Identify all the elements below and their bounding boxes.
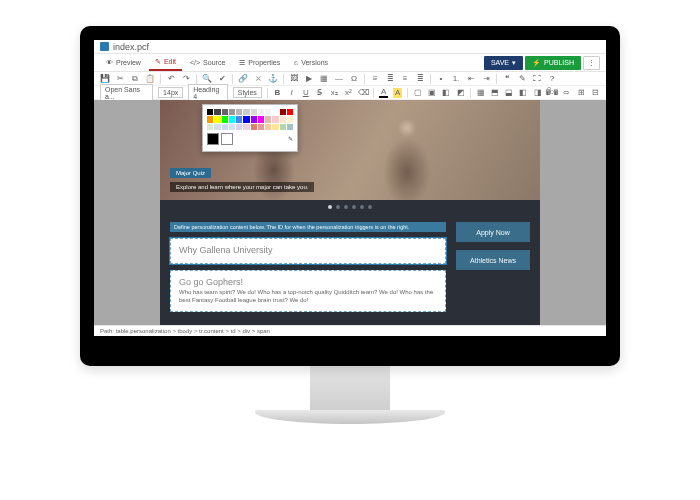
row-above-icon[interactable]: ⬒: [490, 88, 499, 98]
insert-snippet-icon[interactable]: ▢: [413, 88, 422, 98]
color-swatch[interactable]: [272, 124, 278, 130]
color-swatch[interactable]: [265, 116, 271, 122]
save-icon[interactable]: 💾: [100, 74, 110, 84]
color-swatch[interactable]: [287, 124, 293, 130]
delete-col-icon[interactable]: ⬄: [562, 88, 571, 98]
merge-cells-icon[interactable]: ⊞: [576, 88, 585, 98]
cut-icon[interactable]: ✂: [115, 74, 125, 84]
table-icon[interactable]: ▦: [319, 74, 329, 84]
superscript-icon[interactable]: x²: [344, 88, 353, 98]
unlink-icon[interactable]: ⤫: [253, 74, 263, 84]
color-swatch[interactable]: [243, 109, 249, 115]
row-below-icon[interactable]: ⬓: [505, 88, 514, 98]
color-swatch[interactable]: [251, 124, 257, 130]
tab-versions[interactable]: ⎌ Versions: [288, 56, 334, 69]
tab-properties[interactable]: ☰ Properties: [233, 56, 286, 70]
color-swatch[interactable]: [272, 116, 278, 122]
color-swatch[interactable]: [280, 116, 286, 122]
undo-icon[interactable]: ↶: [166, 74, 176, 84]
carousel-dot[interactable]: [344, 205, 348, 209]
color-swatch[interactable]: [222, 109, 228, 115]
color-swatch[interactable]: [214, 109, 220, 115]
split-cell-icon[interactable]: ⊟: [591, 88, 600, 98]
carousel-dots[interactable]: [160, 200, 540, 214]
color-swatch[interactable]: [214, 116, 220, 122]
highlight-color-icon[interactable]: A: [393, 88, 402, 98]
color-swatch[interactable]: [251, 109, 257, 115]
hero-banner[interactable]: Major Quiz Explore and learn where your …: [160, 100, 540, 200]
color-swatch[interactable]: [251, 116, 257, 122]
heading-select[interactable]: Heading 4: [188, 84, 227, 102]
eyedropper-button[interactable]: ✎: [288, 135, 293, 142]
cta-athletics-news[interactable]: Athletics News: [456, 250, 530, 270]
tab-edit[interactable]: ✎ Edit: [149, 55, 182, 71]
color-swatch[interactable]: [280, 109, 286, 115]
tab-preview[interactable]: 👁 Preview: [100, 56, 147, 69]
subscript-icon[interactable]: x₂: [330, 88, 339, 98]
color-swatch[interactable]: [229, 124, 235, 130]
color-swatch[interactable]: [222, 124, 228, 130]
color-swatch[interactable]: [214, 124, 220, 130]
color-swatch[interactable]: [265, 124, 271, 130]
swatch-black[interactable]: [207, 133, 219, 145]
color-swatch[interactable]: [222, 116, 228, 122]
redo-icon[interactable]: ↷: [181, 74, 191, 84]
hr-icon[interactable]: ―: [334, 74, 344, 84]
outdent-icon[interactable]: ⇤: [466, 74, 476, 84]
color-swatch[interactable]: [243, 124, 249, 130]
color-swatch[interactable]: [287, 109, 293, 115]
cta-apply-now[interactable]: Apply Now: [456, 222, 530, 242]
color-swatch[interactable]: [272, 109, 278, 115]
underline-icon[interactable]: U: [301, 88, 310, 98]
color-swatch[interactable]: [258, 109, 264, 115]
image-icon[interactable]: 🖼: [289, 74, 299, 84]
strike-icon[interactable]: S̶: [315, 88, 324, 98]
color-swatch[interactable]: [236, 124, 242, 130]
swatch-white[interactable]: [221, 133, 233, 145]
more-menu-button[interactable]: ⋮: [583, 56, 600, 70]
find-icon[interactable]: 🔍: [202, 74, 212, 84]
color-swatch[interactable]: [258, 124, 264, 130]
save-button[interactable]: SAVE ▾: [484, 56, 523, 70]
color-swatch[interactable]: [236, 109, 242, 115]
color-swatch[interactable]: [258, 116, 264, 122]
carousel-dot[interactable]: [360, 205, 364, 209]
tab-source[interactable]: </> Source: [184, 56, 231, 69]
font-size-select[interactable]: 14px: [158, 87, 183, 98]
align-right-icon[interactable]: ≡: [400, 74, 410, 84]
insert-component-icon[interactable]: ◧: [442, 88, 451, 98]
spellcheck-icon[interactable]: ✔: [217, 74, 227, 84]
source-icon[interactable]: ✎: [517, 74, 527, 84]
styles-select[interactable]: Styles: [233, 87, 262, 98]
color-swatch[interactable]: [243, 116, 249, 122]
col-right-icon[interactable]: ◨: [533, 88, 542, 98]
color-swatch[interactable]: [207, 109, 213, 115]
editable-region-1[interactable]: Why Gallena University: [170, 238, 446, 264]
clear-format-icon[interactable]: ⌫: [358, 88, 368, 98]
color-swatch[interactable]: [207, 124, 213, 130]
insert-asset-icon[interactable]: ▣: [428, 88, 437, 98]
delete-row-icon[interactable]: �ါ�: [547, 88, 557, 98]
maximize-icon[interactable]: ⛶: [532, 74, 542, 84]
color-picker-popover[interactable]: ✎: [202, 104, 298, 152]
color-swatch[interactable]: [287, 116, 293, 122]
italic-icon[interactable]: I: [287, 88, 296, 98]
font-family-select[interactable]: Open Sans a...: [100, 84, 153, 102]
link-icon[interactable]: 🔗: [238, 74, 248, 84]
hero-badge[interactable]: Major Quiz: [170, 168, 211, 178]
color-swatch[interactable]: [229, 116, 235, 122]
color-swatch[interactable]: [265, 109, 271, 115]
text-color-icon[interactable]: A: [379, 88, 388, 98]
editable-region-2[interactable]: Go go Gophers! Who has team spirit? We d…: [170, 270, 446, 312]
carousel-dot[interactable]: [352, 205, 356, 209]
carousel-dot[interactable]: [336, 205, 340, 209]
anchor-icon[interactable]: ⚓: [268, 74, 278, 84]
list-ul-icon[interactable]: •: [436, 74, 446, 84]
blockquote-icon[interactable]: ❝: [502, 74, 512, 84]
list-ol-icon[interactable]: 1.: [451, 74, 461, 84]
color-swatch[interactable]: [236, 116, 242, 122]
col-left-icon[interactable]: ◧: [519, 88, 528, 98]
color-swatch[interactable]: [229, 109, 235, 115]
carousel-dot[interactable]: [328, 205, 332, 209]
insert-form-icon[interactable]: ◩: [456, 88, 465, 98]
